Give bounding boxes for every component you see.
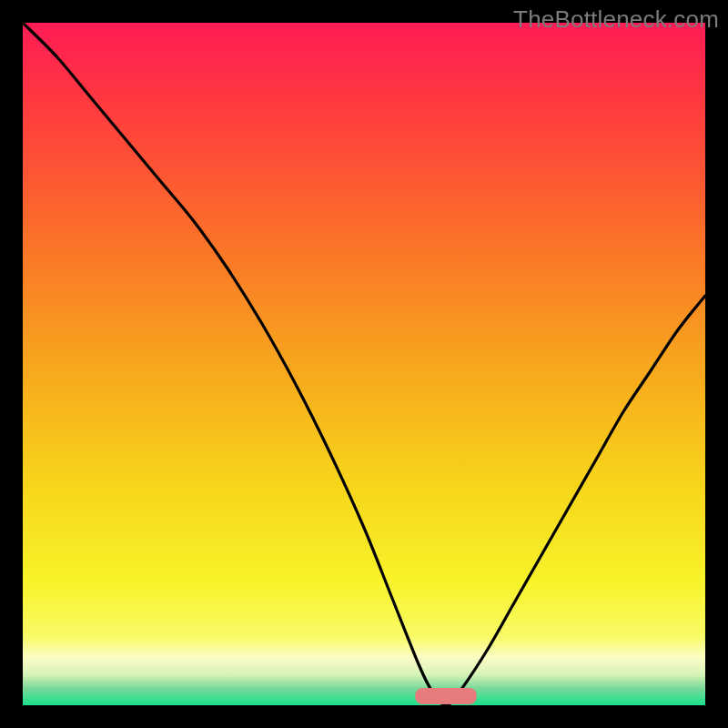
watermark-text: TheBottleneck.com (513, 5, 719, 34)
minimum-marker (415, 688, 477, 704)
gradient-rect (23, 23, 705, 705)
chart-frame: TheBottleneck.com (0, 0, 728, 728)
plot-area (23, 23, 705, 705)
plot-svg (23, 23, 705, 705)
